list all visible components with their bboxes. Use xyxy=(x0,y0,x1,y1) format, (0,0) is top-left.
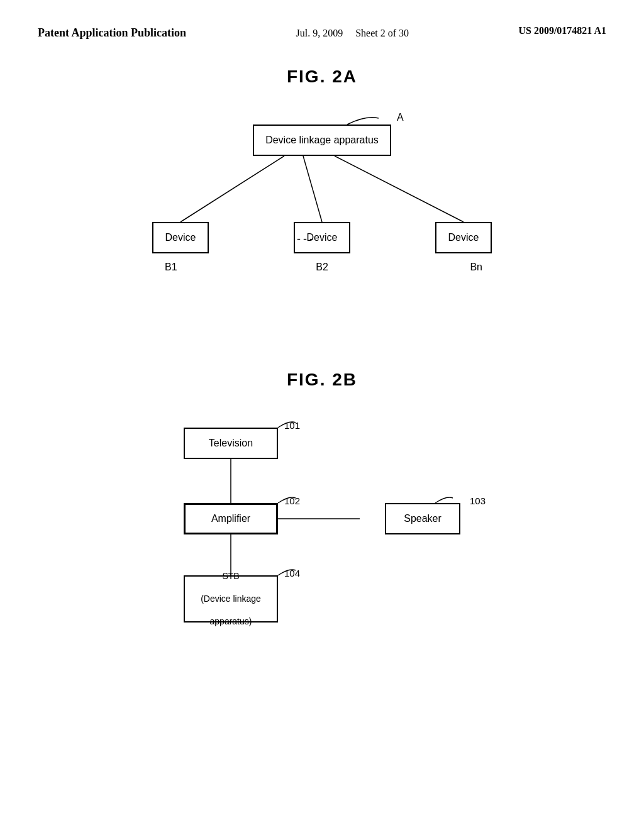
fig2b-diagram: 101 102 103 104 Television Amplifier Spe… xyxy=(133,409,511,648)
fig2a-title: FIG. 2A xyxy=(38,67,606,87)
svg-line-0 xyxy=(180,156,284,222)
box-stb: STB (Device linkage apparatus) xyxy=(184,575,278,622)
publication-label: Patent Application Publication xyxy=(38,25,186,41)
label-a: A xyxy=(397,112,404,123)
label-bn: Bn xyxy=(470,262,482,273)
label-b2: B2 xyxy=(316,262,328,273)
ref-104: 104 xyxy=(284,568,300,578)
fig2b-title: FIG. 2B xyxy=(38,370,606,390)
box-television: Television xyxy=(184,428,278,459)
dots: --- xyxy=(297,233,316,246)
box-speaker: Speaker xyxy=(385,503,460,534)
box-b1: Device xyxy=(152,222,209,253)
patent-number: US 2009/0174821 A1 xyxy=(518,25,606,36)
header-sheet: Sheet 2 of 30 xyxy=(355,28,409,38)
fig2b-section: FIG. 2B 101 102 103 xyxy=(0,357,644,660)
svg-line-1 xyxy=(303,156,322,222)
fig2a-section: FIG. 2A A Device linkage apparatus Devic… xyxy=(0,54,644,319)
header-date-sheet: Jul. 9, 2009 Sheet 2 of 30 xyxy=(296,25,409,42)
svg-line-2 xyxy=(335,156,464,222)
ref-101: 101 xyxy=(284,420,300,431)
box-amplifier: Amplifier xyxy=(184,503,278,534)
box-device-linkage: Device linkage apparatus xyxy=(253,124,391,156)
header-date: Jul. 9, 2009 xyxy=(296,28,343,38)
box-bn: Device xyxy=(435,222,492,253)
page-header: Patent Application Publication Jul. 9, 2… xyxy=(0,0,644,54)
fig2a-diagram: A Device linkage apparatus Device Device… xyxy=(102,106,542,307)
ref-102: 102 xyxy=(284,495,300,506)
ref-103: 103 xyxy=(470,495,486,506)
label-b1: B1 xyxy=(165,262,177,273)
